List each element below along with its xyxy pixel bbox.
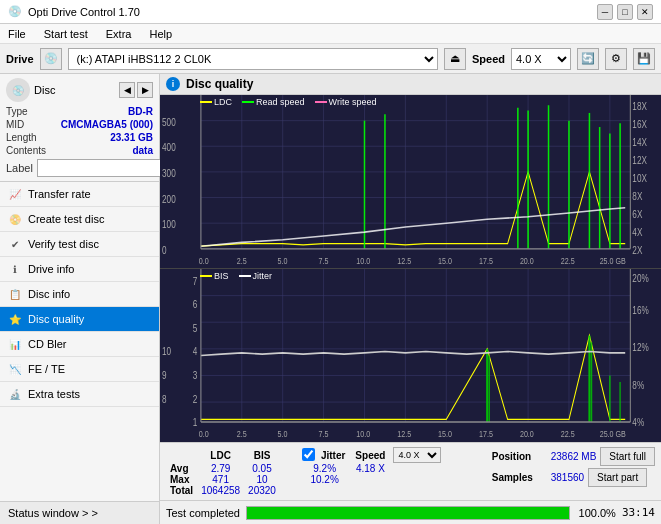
svg-text:100: 100 — [162, 219, 176, 230]
bottom-bar: Test completed 100.0% 33:14 — [160, 500, 661, 524]
menu-file[interactable]: File — [4, 27, 30, 41]
time-display: 33:14 — [622, 506, 655, 519]
maximize-button[interactable]: □ — [617, 4, 633, 20]
disc-length-row: Length 23.31 GB — [6, 132, 153, 143]
sidebar-item-transfer-rate[interactable]: 📈 Transfer rate — [0, 182, 159, 207]
eject-button[interactable]: ⏏ — [444, 48, 466, 70]
close-button[interactable]: ✕ — [637, 4, 653, 20]
chart-bottom: BIS Jitter — [160, 269, 661, 442]
svg-text:15.0: 15.0 — [438, 428, 452, 439]
svg-text:4%: 4% — [632, 416, 644, 428]
disc-label-input[interactable] — [37, 159, 170, 177]
disc-btn-2[interactable]: ▶ — [137, 82, 153, 98]
sidebar-item-transfer-rate-label: Transfer rate — [28, 188, 91, 200]
sidebar-item-fe-te[interactable]: 📉 FE / TE — [0, 357, 159, 382]
svg-text:20.0: 20.0 — [520, 256, 534, 266]
refresh-button[interactable]: 🔄 — [577, 48, 599, 70]
speed-select-stats[interactable]: 4.0 X — [393, 447, 441, 463]
sidebar-item-fe-te-label: FE / TE — [28, 363, 65, 375]
menu-extra[interactable]: Extra — [102, 27, 136, 41]
sidebar-item-disc-quality-label: Disc quality — [28, 313, 84, 325]
disc-mid-label: MID — [6, 119, 24, 130]
disc-length-val: 23.31 GB — [110, 132, 153, 143]
col-ldc-header: LDC — [197, 447, 244, 463]
sidebar-item-disc-info-label: Disc info — [28, 288, 70, 300]
sidebar-item-drive-info-label: Drive info — [28, 263, 74, 275]
svg-text:2.5: 2.5 — [237, 428, 247, 439]
svg-text:200: 200 — [162, 194, 176, 205]
samples-val: 381560 — [551, 472, 584, 483]
svg-text:16X: 16X — [632, 119, 647, 130]
svg-text:6: 6 — [193, 297, 198, 309]
svg-text:500: 500 — [162, 117, 176, 128]
main-area: 💿 Disc ◀ ▶ Type BD-R MID CMCMAGBA5 (000)… — [0, 74, 661, 524]
create-test-disc-icon: 📀 — [8, 212, 22, 226]
speed-label-stats: Speed — [349, 447, 389, 463]
menu-start-test[interactable]: Start test — [40, 27, 92, 41]
svg-text:15.0: 15.0 — [438, 256, 452, 266]
disc-quality-header: i Disc quality — [160, 74, 661, 95]
svg-text:17.5: 17.5 — [479, 428, 493, 439]
svg-text:3: 3 — [193, 369, 198, 381]
total-bis: 20320 — [244, 485, 280, 496]
disc-quality-header-icon: i — [166, 77, 180, 91]
svg-rect-57 — [160, 269, 661, 442]
svg-text:4: 4 — [193, 345, 198, 357]
charts-area: LDC Read speed Write speed — [160, 95, 661, 442]
svg-text:10: 10 — [162, 345, 171, 357]
verify-test-disc-icon: ✔ — [8, 237, 22, 251]
max-bis: 10 — [244, 474, 280, 485]
position-val: 23862 MB — [551, 451, 597, 462]
sidebar-item-drive-info[interactable]: ℹ Drive info — [0, 257, 159, 282]
svg-text:2.5: 2.5 — [237, 256, 247, 266]
svg-text:18X: 18X — [632, 102, 647, 113]
disc-info-icon: 📋 — [8, 287, 22, 301]
start-full-button[interactable]: Start full — [600, 447, 655, 466]
sidebar-item-disc-quality[interactable]: ⭐ Disc quality — [0, 307, 159, 332]
titlebar-controls[interactable]: ─ □ ✕ — [597, 4, 653, 20]
menu-help[interactable]: Help — [145, 27, 176, 41]
disc-type-val: BD-R — [128, 106, 153, 117]
progress-bar — [247, 507, 569, 519]
disc-mid-row: MID CMCMAGBA5 (000) — [6, 119, 153, 130]
svg-text:10X: 10X — [632, 173, 647, 184]
samples-label: Samples — [492, 472, 547, 483]
svg-text:6X: 6X — [632, 209, 642, 220]
drive-info-icon: ℹ — [8, 262, 22, 276]
disc-quality-title: Disc quality — [186, 77, 253, 91]
progress-container — [246, 506, 570, 520]
titlebar-left: 💿 Opti Drive Control 1.70 — [8, 5, 140, 18]
disc-info-panel: 💿 Disc ◀ ▶ Type BD-R MID CMCMAGBA5 (000)… — [0, 74, 159, 182]
svg-text:7.5: 7.5 — [318, 428, 328, 439]
save-button[interactable]: 💾 — [633, 48, 655, 70]
disc-contents-label: Contents — [6, 145, 46, 156]
col-bis-header: BIS — [244, 447, 280, 463]
jitter-label: Jitter — [317, 447, 349, 463]
status-window-button[interactable]: Status window > > — [0, 501, 159, 524]
svg-text:5.0: 5.0 — [278, 256, 288, 266]
disc-type-row: Type BD-R — [6, 106, 153, 117]
app-icon: 💿 — [8, 5, 22, 18]
settings-button[interactable]: ⚙ — [605, 48, 627, 70]
minimize-button[interactable]: ─ — [597, 4, 613, 20]
sidebar-item-create-test-disc[interactable]: 📀 Create test disc — [0, 207, 159, 232]
max-ldc: 471 — [197, 474, 244, 485]
sidebar-item-cd-bler-label: CD Bler — [28, 338, 67, 350]
svg-text:22.5: 22.5 — [561, 428, 575, 439]
disc-btn-1[interactable]: ◀ — [119, 82, 135, 98]
extra-tests-icon: 🔬 — [8, 387, 22, 401]
sidebar-nav: 📈 Transfer rate 📀 Create test disc ✔ Ver… — [0, 182, 159, 501]
sidebar-item-verify-test-disc[interactable]: ✔ Verify test disc — [0, 232, 159, 257]
svg-text:5: 5 — [193, 321, 198, 333]
sidebar-item-extra-tests[interactable]: 🔬 Extra tests — [0, 382, 159, 407]
total-label: Total — [166, 485, 197, 496]
jitter-checkbox[interactable] — [302, 448, 315, 461]
speed-select[interactable]: 4.0 X — [511, 48, 571, 70]
drive-select[interactable]: (k:) ATAPI iHBS112 2 CL0K — [68, 48, 438, 70]
drivebar: Drive 💿 (k:) ATAPI iHBS112 2 CL0K ⏏ Spee… — [0, 44, 661, 74]
disc-type-label: Type — [6, 106, 28, 117]
sidebar-item-cd-bler[interactable]: 📊 CD Bler — [0, 332, 159, 357]
svg-text:8X: 8X — [632, 191, 642, 202]
start-part-button[interactable]: Start part — [588, 468, 647, 487]
sidebar-item-disc-info[interactable]: 📋 Disc info — [0, 282, 159, 307]
